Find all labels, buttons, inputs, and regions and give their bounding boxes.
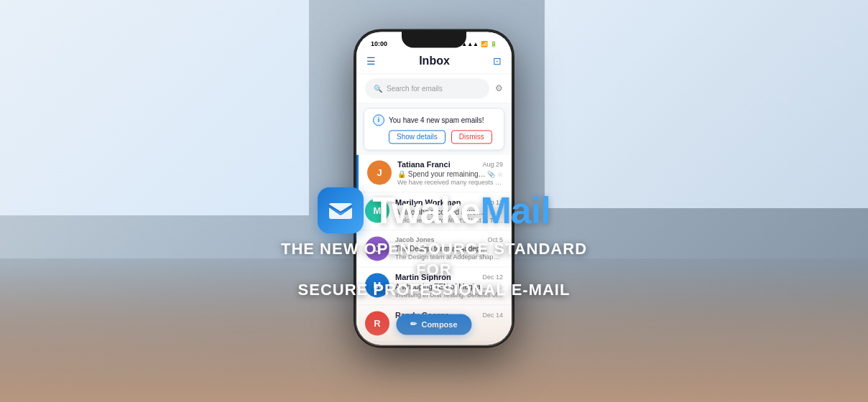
menu-icon[interactable]: ☰ <box>366 55 376 67</box>
email-icons: 📎 ☆ <box>487 171 503 178</box>
wifi-icon: 📶 <box>481 41 488 47</box>
avatar: J <box>367 160 392 184</box>
email-preview: We have received many requests to... <box>397 179 503 186</box>
compose-icon: ✏ <box>410 319 417 329</box>
info-icon: i <box>373 114 384 126</box>
logo-icon <box>318 187 364 233</box>
attachment-icon: 📎 <box>487 171 495 178</box>
spam-actions: Show details Dismiss <box>389 130 495 144</box>
phone-notch <box>402 30 466 47</box>
svg-rect-0 <box>329 203 352 219</box>
spam-banner: i You have 4 new spam emails! Show detai… <box>364 108 504 150</box>
phone-app-header: ☰ Inbox ⊡ <box>356 52 512 74</box>
laptop-left-screen <box>0 0 309 215</box>
email-date: Aug 29 <box>482 161 503 168</box>
status-time: 10:00 <box>371 40 387 47</box>
tagline: THE NEW OPEN SOURCE STANDARD FOR SECURE … <box>269 239 599 301</box>
star-icon[interactable]: ☆ <box>497 171 503 178</box>
advanced-search-icon[interactable]: ⚙ <box>495 83 503 93</box>
battery-icon: 🔋 <box>490 41 497 47</box>
search-placeholder: Search for emails <box>387 85 443 93</box>
dismiss-button[interactable]: Dismiss <box>451 130 492 144</box>
email-date: Dec 14 <box>482 312 503 319</box>
inbox-title: Inbox <box>419 55 450 67</box>
status-icons: ▲▲▲ 📶 🔋 <box>461 41 497 47</box>
search-input[interactable]: 🔍 Search for emails <box>365 78 489 98</box>
email-content: Tatiana Franci Aug 29 🔒 Spend your remai… <box>397 160 503 186</box>
logo-text-twake: Twake <box>372 189 480 232</box>
envelope-icon <box>326 196 355 225</box>
laptop-right-screen <box>545 0 868 208</box>
filter-icon[interactable]: ⊡ <box>493 55 502 67</box>
compose-button[interactable]: ✏ Compose <box>396 314 471 335</box>
sender-name: Tatiana Franci <box>397 160 451 169</box>
logo-row: Twake Mail <box>269 187 599 233</box>
show-details-button[interactable]: Show details <box>389 130 445 144</box>
email-row2: 🔒 Spend your remaining softwa... 📎 ☆ <box>397 170 503 178</box>
email-subject: 🔒 Spend your remaining softwa... <box>397 170 487 178</box>
phone-search-bar[interactable]: 🔍 Search for emails ⚙ <box>356 74 512 103</box>
avatar: R <box>365 311 389 335</box>
email-top-row: Tatiana Franci Aug 29 <box>397 160 503 169</box>
spam-banner-top: i You have 4 new spam emails! <box>373 114 495 126</box>
spam-message: You have 4 new spam emails! <box>389 116 484 124</box>
background-scene: Folders Marketing team Design team DevOP… <box>0 0 868 402</box>
search-icon: 🔍 <box>374 85 382 93</box>
logo-overlay: Twake Mail THE NEW OPEN SOURCE STANDARD … <box>269 187 599 301</box>
logo-text-mail: Mail <box>480 189 550 232</box>
compose-label: Compose <box>421 320 457 329</box>
